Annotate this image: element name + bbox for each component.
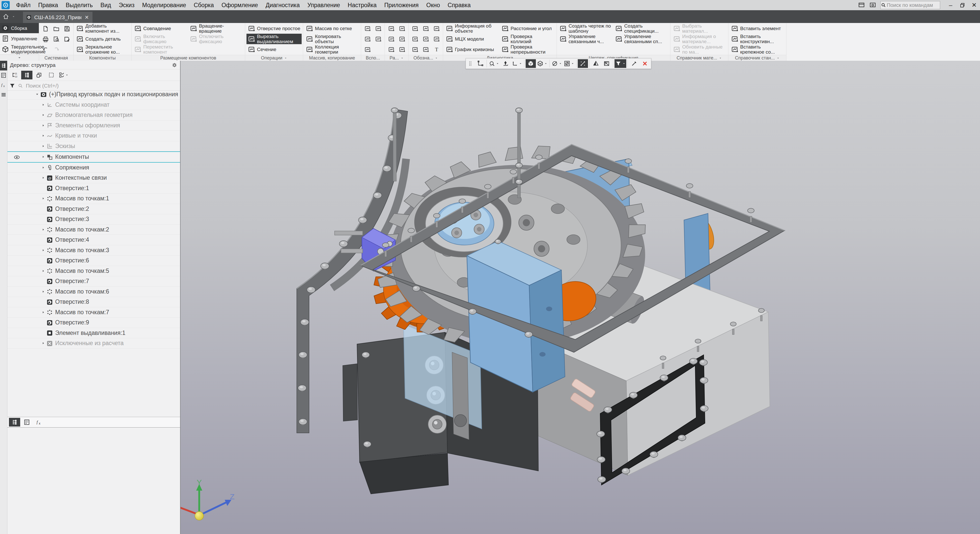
menu-Эскиз[interactable]: Эскиз [115,0,138,10]
tree-item-отверстие-4[interactable]: Отверстие:4 [7,235,180,245]
create-spec-button[interactable]: Создать спецификаци... [614,23,669,34]
tree-structure-button[interactable] [21,71,32,79]
ribbon-collapse-button[interactable] [0,55,39,61]
window-settings-icon[interactable] [867,1,878,9]
mirror-component-button[interactable]: Зеркальное отражение ко... [75,44,130,55]
cut-extrude-button[interactable]: Вырезать выдавливанием [247,34,302,44]
3d-viewport[interactable]: XYZ [181,61,980,534]
menu-Оформление[interactable]: Оформление [218,0,262,10]
bottom-fx-button[interactable]: fx [33,418,45,426]
local-csys-button[interactable] [373,24,383,34]
tolerance-button[interactable] [421,44,431,55]
menu-Сборка[interactable]: Сборка [190,0,218,10]
tree-item-вспомогательная-геометрия[interactable]: Вспомогательная геометрия [7,110,180,121]
print-button[interactable] [40,34,51,44]
dim-size-button[interactable] [386,44,396,55]
expander-closed-icon[interactable] [40,249,46,252]
expander-closed-icon[interactable] [40,113,46,117]
tree-item-массив-по-точкам-6[interactable]: Массив по точкам:6 [7,287,180,297]
folder-open-button[interactable] [51,24,61,34]
expander-closed-icon[interactable] [40,176,46,180]
expander-closed-icon[interactable] [40,228,46,231]
menu-Файл[interactable]: Файл [12,0,35,10]
command-search[interactable] [880,1,940,9]
tree-item-кривые-и-точки[interactable]: Кривые и точки [7,131,180,141]
hide-objects-button[interactable] [551,59,563,68]
mode-active-assembly[interactable]: Сборка [0,23,39,33]
leader-button[interactable] [431,24,442,34]
panel-parameters-button[interactable] [0,70,7,80]
section-button[interactable]: Сечение [247,44,302,55]
save-button[interactable] [62,24,72,34]
gear-icon[interactable] [171,62,178,68]
eye-icon[interactable] [14,153,20,161]
tree-item-массив-по-точкам-1[interactable]: Массив по точкам:1 [7,194,180,204]
command-search-input[interactable] [886,2,933,8]
object-info-button[interactable]: Информация об объекте [444,23,500,34]
menu-Приложения[interactable]: Приложения [380,0,423,10]
add-component-button[interactable]: Добавить компонент из... [75,23,130,34]
curvature-graph-button[interactable]: График кривизны [444,44,500,55]
expander-closed-icon[interactable] [40,103,46,106]
mate-coincidence-button[interactable]: Совпадение [133,23,188,34]
expander-closed-icon[interactable] [40,197,46,200]
tree-search-input[interactable] [25,83,178,89]
tree-item-отверстие-8[interactable]: Отверстие:8 [7,297,180,307]
tree-item-компоненты[interactable]: Компоненты [7,151,180,163]
datum-button[interactable] [421,34,431,44]
expander-closed-icon[interactable] [40,124,46,127]
redo-button[interactable] [51,44,61,55]
dim-direction-button[interactable] [397,44,407,55]
tree-item-сопряжения[interactable]: Сопряжения [7,163,180,173]
update-material-button[interactable]: Обновить данные по ма... [672,44,727,55]
tree-components-button[interactable] [33,71,45,79]
move-component-button[interactable]: Переместить компонент [133,44,188,55]
panel-tree-button[interactable] [0,61,7,70]
continuity-check-button[interactable]: Проверка непрерывности [500,44,555,55]
linked-drawings-button[interactable]: Управление связанными ч... [558,34,613,44]
geometry-collection-button[interactable]: Коллекция геометрии [304,44,360,55]
tree-selection-button[interactable] [46,71,57,79]
tree-item-исключенные-из-расчета[interactable]: Исключенные из расчета [7,338,180,349]
expander-closed-icon[interactable] [40,145,46,148]
expander-closed-icon[interactable] [40,134,46,137]
insert-structural-button[interactable]: Вставить конструктивн... [730,34,785,44]
tree-item-отверстие-7[interactable]: Отверстие:7 [7,276,180,287]
menu-Управление[interactable]: Управление [304,0,344,10]
preview-button[interactable] [51,34,61,44]
select-material-button[interactable]: Выбрать материал... [672,23,727,34]
close-window-button[interactable]: ✕ [968,0,980,10]
save-as-button[interactable] [62,34,72,44]
tab-close-icon[interactable]: ✕ [84,14,90,21]
tree-item-отверстие-3[interactable]: Отверстие:3 [7,214,180,225]
tree-item-элементы-оформления[interactable]: Элементы оформления [7,121,180,131]
expander-open-icon[interactable] [34,93,40,96]
panel-menu-button[interactable] [0,90,7,100]
home-button[interactable] [0,10,12,23]
control-point-button[interactable] [373,34,383,44]
menu-Выделить[interactable]: Выделить [62,0,97,10]
create-part-button[interactable]: Создать деталь [75,34,130,44]
clip-sketch-button[interactable] [601,59,612,68]
menu-Моделирование[interactable]: Моделирование [138,0,190,10]
csys-button[interactable] [475,59,485,68]
tree-item-контекстные-связи[interactable]: @Контекстные связи [7,173,180,183]
menu-Вид[interactable]: Вид [97,0,115,10]
filter-button[interactable] [614,59,626,68]
cylinder-note-button[interactable] [410,24,420,34]
menu-Настройка[interactable]: Настройка [344,0,380,10]
expander-closed-icon[interactable] [40,155,46,159]
position-mark-button[interactable] [431,34,442,44]
expander-closed-icon[interactable] [40,311,46,314]
filter-icon[interactable] [9,83,16,89]
tree-item-отверстие-2[interactable]: Отверстие:2 [7,204,180,215]
hole-simple-button[interactable]: Отверстие простое [247,23,302,34]
mode-solid-modeling[interactable]: Твердотельное моделирование [0,44,39,55]
tree-display-button[interactable] [58,71,69,79]
menu-Диагностика[interactable]: Диагностика [262,0,304,10]
spline-button[interactable] [363,44,373,55]
expander-closed-icon[interactable] [40,342,46,345]
viewport-toolbar-grip[interactable] [467,59,474,68]
picker-button[interactable] [629,59,639,68]
mass-properties-button[interactable]: МЦХ модели [444,34,500,44]
